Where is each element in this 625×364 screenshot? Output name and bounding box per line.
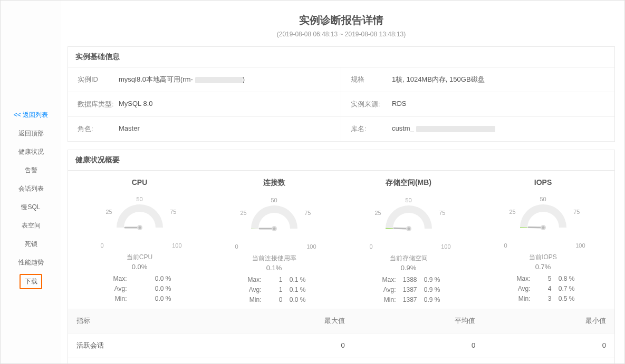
- cell-max: 9: [223, 358, 353, 363]
- stat-key: Min:: [243, 295, 262, 305]
- tick-25: 25: [241, 210, 247, 216]
- gauge-title: CPU: [72, 178, 207, 186]
- cell-avg: 9: [353, 358, 484, 363]
- gauge-label: 当前存储空间: [341, 254, 476, 263]
- metrics-header-2: 平均值: [353, 309, 484, 333]
- basic-info-title: 实例基础信息: [68, 47, 614, 67]
- stat-pct: 0.9 %: [417, 295, 440, 305]
- sidebar-item-9[interactable]: 下载: [20, 274, 42, 289]
- info-label: 库名:: [351, 124, 392, 134]
- gauge-chart: 0 25 50 75 100: [501, 196, 585, 254]
- info-cell-2: 数据库类型:MySQL 8.0: [68, 92, 341, 117]
- info-value: RDS: [392, 100, 406, 109]
- info-value: mysql8.0本地高可用(rm-): [119, 75, 245, 84]
- info-label: 实例ID: [78, 75, 119, 84]
- stat-key: Max:: [243, 275, 262, 285]
- stat-key: Min:: [108, 294, 127, 304]
- page-subtitle: (2019-08-08 06:48:13 ~ 2019-08-08 13:48:…: [68, 31, 615, 38]
- tick-25: 25: [509, 209, 516, 215]
- sidebar-item-3[interactable]: 告警: [1, 161, 61, 180]
- sidebar-item-2[interactable]: 健康状况: [1, 143, 61, 161]
- sidebar-item-1[interactable]: 返回顶部: [1, 124, 61, 143]
- stat-key: Avg:: [512, 284, 531, 294]
- sidebar-item-7[interactable]: 死锁: [1, 235, 61, 253]
- stat-pct: 0.5 %: [552, 294, 575, 304]
- stat-val: 1387: [396, 295, 417, 305]
- gauge-chart: 0 25 50 75 100: [232, 197, 316, 255]
- stat-key: Min:: [512, 294, 531, 304]
- gauge-stats: Max:10.1 %Avg:10.1 %Min:00.0 %: [207, 275, 341, 306]
- stat-key: Avg:: [108, 284, 127, 294]
- tick-75: 75: [170, 209, 176, 215]
- info-cell-1: 规格1核, 1024MB内存, 150GB磁盘: [341, 67, 614, 92]
- info-value: MySQL 8.0: [119, 100, 153, 109]
- table-row: 活跃会话000: [68, 333, 614, 358]
- info-label: 数据库类型:: [78, 100, 119, 109]
- sidebar-item-8[interactable]: 性能趋势: [1, 253, 61, 272]
- stat-val: 4: [531, 284, 552, 294]
- cell-min: 0: [484, 333, 614, 358]
- tick-75: 75: [573, 209, 580, 215]
- cell-name: QPS: [68, 358, 223, 363]
- gauge-stats: Max:0.0 %Avg:0.0 %Min:0.0 %: [72, 274, 207, 304]
- stat-pct: 0.0 %: [148, 274, 171, 284]
- gauge-value: 0.7%: [476, 263, 610, 271]
- page-title: 实例诊断报告详情: [68, 13, 615, 27]
- tick-100: 100: [306, 243, 316, 250]
- tick-100: 100: [172, 242, 181, 249]
- health-title: 健康状况概要: [68, 150, 614, 171]
- info-label: 规格: [351, 75, 392, 84]
- stat-key: Avg:: [243, 285, 262, 295]
- tick-25: 25: [375, 210, 381, 216]
- main-content: 实例诊断报告详情 (2019-08-08 06:48:13 ~ 2019-08-…: [61, 1, 624, 363]
- gauge-value: 0.0%: [72, 263, 207, 271]
- stat-key: Avg:: [377, 285, 396, 295]
- tick-0: 0: [370, 243, 373, 250]
- redacted-text: [195, 77, 243, 83]
- stat-val: 0: [262, 295, 283, 305]
- info-value: custm_: [392, 124, 495, 134]
- stat-key: Max:: [108, 274, 127, 284]
- tick-50: 50: [136, 196, 142, 202]
- cell-avg: 0: [353, 333, 484, 358]
- gauge-chart: 0 25 50 75 100: [367, 197, 451, 255]
- tick-100: 100: [441, 243, 450, 250]
- info-label: 实例来源:: [351, 100, 392, 109]
- cell-name: 活跃会话: [68, 333, 223, 358]
- metrics-header-3: 最小值: [484, 309, 614, 333]
- tick-100: 100: [575, 242, 585, 249]
- info-value: 1核, 1024MB内存, 150GB磁盘: [392, 75, 485, 84]
- gauge-title: 存储空间(MB): [341, 178, 476, 188]
- tick-75: 75: [439, 210, 445, 216]
- stat-val: 5: [531, 274, 552, 284]
- stat-pct: 0.0 %: [283, 295, 306, 305]
- info-label: 角色:: [78, 124, 119, 134]
- svg-point-11: [542, 227, 544, 229]
- gauge-label: 当前连接使用率: [207, 254, 341, 263]
- stat-pct: 0.1 %: [283, 285, 306, 295]
- stat-pct: 0.8 %: [552, 274, 575, 284]
- stat-val: 1: [262, 275, 283, 285]
- basic-info-panel: 实例基础信息 实例IDmysql8.0本地高可用(rm-)规格1核, 1024M…: [68, 46, 615, 142]
- metrics-header-1: 最大值: [223, 309, 353, 333]
- sidebar-item-0[interactable]: << 返回列表: [1, 106, 61, 124]
- tick-50: 50: [271, 197, 277, 203]
- svg-point-8: [407, 228, 410, 230]
- gauge-3: IOPS 0 25 50 75 100 当前IOPS 0.7% Max:50.8…: [476, 178, 610, 306]
- sidebar-item-4[interactable]: 会话列表: [1, 180, 61, 198]
- stat-pct: 0.0 %: [148, 294, 171, 304]
- gauge-label: 当前CPU: [72, 253, 207, 262]
- tick-25: 25: [106, 209, 112, 215]
- cell-max: 0: [223, 333, 353, 358]
- sidebar-item-5[interactable]: 慢SQL: [1, 198, 61, 217]
- info-cell-4: 角色:Master: [68, 117, 341, 142]
- gauge-0: CPU 0 25 50 75 100 当前CPU 0.0% Max:0.0 %A…: [72, 178, 207, 306]
- stat-pct: 0.9 %: [417, 285, 440, 295]
- stat-val: 1: [262, 285, 283, 295]
- gauge-label: 当前IOPS: [476, 253, 610, 262]
- gauge-title: IOPS: [476, 178, 610, 186]
- sidebar-item-6[interactable]: 表空间: [1, 217, 61, 235]
- svg-point-5: [273, 228, 275, 230]
- stat-val: 3: [531, 294, 552, 304]
- tick-0: 0: [101, 242, 104, 249]
